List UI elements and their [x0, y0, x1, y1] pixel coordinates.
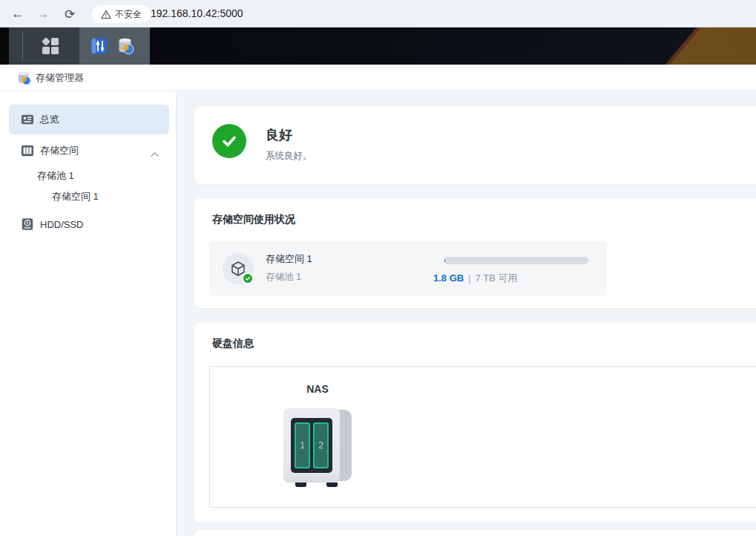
browser-reload-button[interactable]: ⟳: [61, 5, 79, 23]
volume-available-text: 7 TB 可用: [476, 272, 518, 284]
health-status-text: 良好: [266, 126, 292, 144]
main-content: 良好 系统良好。 存储空间使用状况 存储空间 1 存储池 1 1.8 GB|7 …: [177, 92, 756, 536]
control-panel-app-icon[interactable]: [91, 37, 108, 55]
nas-bay-panel: 1 2: [291, 418, 332, 473]
sidebar-item-overview[interactable]: 总览: [0, 105, 177, 134]
health-description: 系统良好。: [266, 150, 312, 163]
sidebar-item-storage[interactable]: 存储空间: [0, 137, 177, 164]
overview-icon: [21, 113, 34, 126]
hdd-icon: [21, 218, 34, 231]
usage-separator: |: [468, 272, 470, 284]
taskbar-divider: [22, 31, 23, 61]
main-menu-button[interactable]: [40, 36, 61, 56]
sidebar-item-label: 存储空间: [40, 144, 79, 157]
volume-icon: [21, 144, 34, 157]
volume-usage-row[interactable]: 存储空间 1 存储池 1 1.8 GB|7 TB 可用: [209, 241, 607, 296]
taskbar: [9, 27, 150, 65]
sidebar-item-volume-1[interactable]: 存储空间 1: [52, 189, 99, 205]
warning-triangle-icon: [101, 10, 111, 19]
storage-manager-logo-icon: [16, 71, 31, 85]
app-grid-icon: [42, 37, 59, 55]
disks-section-title: 硬盘信息: [212, 337, 254, 350]
desktop-wallpaper: [0, 27, 756, 65]
check-badge-icon: [242, 272, 254, 284]
chevron-up-icon[interactable]: [151, 148, 159, 154]
sidebar-item-label: 存储池 1: [37, 169, 74, 183]
usage-section-title: 存储空间使用状况: [212, 213, 295, 226]
sidebar-item-label: HDD/SSD: [40, 219, 84, 230]
app-title: 存储管理器: [36, 65, 84, 91]
health-status-icon: [212, 124, 246, 158]
sidebar-item-storage-pool-1[interactable]: 存储池 1: [37, 168, 74, 184]
drive-bay-2[interactable]: 2: [313, 422, 329, 468]
browser-back-button[interactable]: ←: [9, 5, 27, 23]
volume-used-text: 1.8 GB: [433, 272, 464, 284]
sidebar-item-label: 存储空间 1: [52, 190, 99, 203]
next-card-partial: [194, 530, 756, 536]
nas-foot: [295, 483, 306, 487]
browser-forward-button[interactable]: →: [34, 5, 52, 23]
site-security-chip[interactable]: 不安全: [92, 5, 151, 23]
storage-usage-card: 存储空间使用状况 存储空间 1 存储池 1 1.8 GB|7 TB 可用: [194, 198, 756, 308]
app-titlebar: 存储管理器: [0, 65, 756, 91]
disk-info-card: 硬盘信息 NAS 1 2: [194, 322, 756, 523]
storage-manager-app-icon[interactable]: [116, 37, 134, 55]
browser-toolbar: ← → ⟳ 不安全 192.168.10.42:5000: [0, 0, 756, 27]
drive-bay-1[interactable]: 1: [295, 422, 310, 468]
nas-illustration: 1 2: [283, 408, 352, 487]
health-card: 良好 系统良好。: [194, 107, 756, 184]
sidebar: 总览 存储空间 存储池 1 存储空间 1: [0, 92, 177, 536]
volume-pool-name: 存储池 1: [266, 271, 301, 284]
volume-name: 存储空间 1: [266, 252, 312, 266]
sidebar-item-label: 总览: [40, 113, 59, 126]
address-bar-url[interactable]: 192.168.10.42:5000: [151, 7, 243, 19]
volume-usage-progressbar: [444, 257, 588, 264]
volume-usage-text: 1.8 GB|7 TB 可用: [433, 272, 517, 285]
sidebar-item-hdd-ssd[interactable]: HDD/SSD: [0, 211, 177, 238]
open-apps-group: [79, 27, 150, 65]
nas-device-box: NAS 1 2: [209, 366, 756, 508]
nas-device-label: NAS: [273, 383, 362, 395]
nas-foot: [326, 483, 338, 487]
security-chip-label: 不安全: [115, 8, 142, 21]
nas-front-panel: 1 2: [283, 408, 340, 483]
